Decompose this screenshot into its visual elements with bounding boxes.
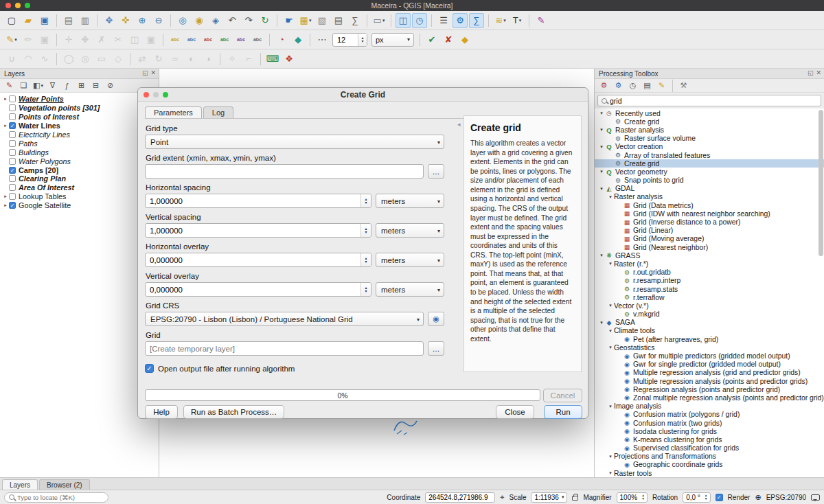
toolbox-item[interactable]: ⚙Array of translated features: [595, 151, 824, 159]
expander-icon[interactable]: ▾: [607, 303, 614, 308]
open-attribute-table-icon[interactable]: ▤: [331, 13, 346, 28]
edit-features-icon[interactable]: ✎: [655, 80, 668, 92]
stepper-icon[interactable]: ▴▾: [705, 494, 707, 501]
toolbox-item[interactable]: ⚙r.terraflow: [595, 293, 824, 301]
horizontal-spacing-spinner[interactable]: ▴▾: [145, 194, 371, 208]
layer-checkbox[interactable]: [9, 104, 16, 111]
close-window-icon[interactable]: [5, 3, 11, 8]
close-panel-icon[interactable]: ✕: [150, 69, 156, 76]
layer-item[interactable]: ▸✓Water Lines: [0, 122, 159, 130]
expander-icon[interactable]: ▾: [598, 144, 605, 150]
layer-item[interactable]: Buildings: [0, 148, 159, 157]
move-label-icon[interactable]: abc: [233, 32, 249, 47]
layer-item[interactable]: Vegetation points [301]: [0, 104, 159, 113]
minimize-window-icon[interactable]: [15, 3, 21, 8]
horizontal-overlay-units-select[interactable]: meters ▾: [376, 253, 444, 267]
layer-labeling-icon[interactable]: abc: [168, 32, 183, 47]
toolbox-item[interactable]: ◉Supervised classification for grids: [595, 444, 824, 453]
toolbox-group[interactable]: ▾◭GDAL: [595, 185, 824, 193]
maximize-window-icon[interactable]: [25, 3, 30, 8]
scale-combo[interactable]: 1:11936 ▾: [531, 492, 567, 503]
toolbox-item[interactable]: ◉Regression analysis (points and predict…: [595, 385, 824, 393]
dialog-titlebar[interactable]: Create Grid: [138, 88, 588, 102]
expander-icon[interactable]: ▾: [598, 320, 605, 325]
tab-layers[interactable]: Layers: [2, 479, 38, 490]
remove-layer-icon[interactable]: ⊘: [104, 80, 117, 92]
open-project-icon[interactable]: ▰: [21, 13, 36, 28]
output-browse-button[interactable]: …: [428, 341, 444, 356]
toolbox-item[interactable]: ◉Zonal multiple regression analysis (poi…: [595, 393, 824, 402]
render-checkbox[interactable]: ✓: [716, 494, 723, 501]
measure-line-icon[interactable]: ▭▾: [371, 13, 387, 28]
toolbox-item[interactable]: ◉Gwr for multiple predictors (gridded mo…: [595, 352, 824, 360]
toolbox-item[interactable]: ◉Confusion matrix (two grids): [595, 419, 824, 427]
layer-item[interactable]: Points of Interest: [0, 113, 159, 122]
toolbox-item[interactable]: ⚙r.resamp.interp: [595, 277, 824, 285]
vertical-overlay-input[interactable]: [145, 282, 371, 297]
processing-toolbox-icon[interactable]: ⚙: [453, 13, 468, 28]
save-project-icon[interactable]: ▣: [37, 13, 52, 28]
edit-in-place-icon[interactable]: ⚙: [612, 80, 625, 92]
run-button[interactable]: Run: [544, 405, 582, 419]
layer-checkbox[interactable]: [9, 113, 16, 120]
layer-item[interactable]: ▸✓Google Satellite: [0, 201, 159, 210]
toolbox-group[interactable]: ▾◆SAGA: [595, 319, 824, 327]
cancel-label-change-icon[interactable]: ✘: [441, 32, 456, 47]
toolbox-item[interactable]: ▦Grid (IDW with nearest neighbor searchi…: [595, 209, 824, 218]
zoom-in-icon[interactable]: ⊕: [135, 13, 150, 28]
data-source-manager-icon[interactable]: ☰: [436, 13, 451, 28]
maximize-dialog-icon[interactable]: [163, 92, 168, 98]
identify-features-icon[interactable]: ☛: [282, 13, 297, 28]
toolbox-search[interactable]: [597, 95, 821, 106]
layer-item[interactable]: Area Of Interest: [0, 183, 159, 192]
toolbox-group[interactable]: ▾Image analysis: [595, 402, 824, 411]
layer-checkbox[interactable]: [9, 158, 16, 165]
toolbox-group[interactable]: ▾QRaster analysis: [595, 126, 824, 134]
toolbox-item[interactable]: ⚙Create grid: [595, 117, 824, 126]
messages-icon[interactable]: [811, 494, 820, 501]
horizontal-overlay-input[interactable]: [145, 253, 371, 267]
expander-icon[interactable]: ▸: [2, 96, 9, 102]
tab-parameters[interactable]: Parameters: [145, 106, 202, 118]
crs-status-label[interactable]: EPSG:20790: [766, 494, 806, 501]
python-console-icon[interactable]: ⌨: [265, 51, 280, 67]
down-arrow-icon[interactable]: ▾: [361, 40, 363, 43]
toolbox-scrollbar[interactable]: [819, 110, 823, 476]
crs-globe-button[interactable]: ◉: [428, 312, 444, 326]
toolbox-group[interactable]: ▾Raster tools: [595, 469, 824, 477]
metasearch-plugin-icon[interactable]: ❖: [282, 51, 297, 67]
window-titlebar[interactable]: Maceira - QGIS [Maceira]: [0, 0, 824, 11]
label-warning-icon[interactable]: ◆: [457, 32, 472, 47]
toolbox-item[interactable]: ⚙r.resamp.stats: [595, 285, 824, 293]
expander-icon[interactable]: ▾: [607, 345, 614, 350]
toolbox-item[interactable]: ▦Grid (Data metrics): [595, 201, 824, 209]
toolbox-item[interactable]: ◉Multiple regression analysis (points an…: [595, 377, 824, 385]
close-dialog-icon[interactable]: [144, 92, 149, 98]
expander-icon[interactable]: ▸: [2, 203, 9, 208]
stepper-icon[interactable]: ▴▾: [642, 494, 644, 501]
magnifier-combo[interactable]: 100% ▴▾: [617, 492, 648, 503]
tab-browser[interactable]: Browser (2): [39, 479, 90, 490]
scrollbar-thumb[interactable]: [819, 110, 823, 256]
zoom-next-icon[interactable]: ↷: [241, 13, 256, 28]
options-icon[interactable]: ⚒: [677, 80, 690, 92]
toolbox-group[interactable]: ▾QVector geometry: [595, 168, 824, 176]
open-output-row[interactable]: ✓ Open output file after running algorit…: [145, 364, 464, 373]
zoom-to-layer-icon[interactable]: ◈: [208, 13, 223, 28]
history-icon[interactable]: ◷: [626, 80, 639, 92]
diagram-options-icon[interactable]: ◔: [274, 32, 289, 47]
toolbox-group[interactable]: ▾Raster analysis: [595, 193, 824, 201]
expand-all-icon[interactable]: ⊞: [75, 80, 88, 92]
open-layer-styling-icon[interactable]: ✎: [3, 80, 16, 92]
font-size-spinner[interactable]: ▴▾: [332, 33, 367, 47]
layer-diagram-icon[interactable]: abc: [184, 32, 199, 47]
zoom-out-icon[interactable]: ⊖: [151, 13, 166, 28]
results-viewer-icon[interactable]: ▤: [641, 80, 654, 92]
open-output-checkbox[interactable]: ✓: [145, 364, 154, 373]
layer-item[interactable]: ▸Lookup Tables: [0, 192, 159, 201]
toolbox-item[interactable]: ⚙Raster surface volume: [595, 135, 824, 143]
grid-output-input[interactable]: [145, 341, 424, 356]
html-annotation-icon[interactable]: ◆: [290, 32, 306, 47]
toolbox-item[interactable]: ▦Grid (Linear): [595, 227, 824, 235]
filter-expression-icon[interactable]: ƒ: [60, 80, 73, 92]
